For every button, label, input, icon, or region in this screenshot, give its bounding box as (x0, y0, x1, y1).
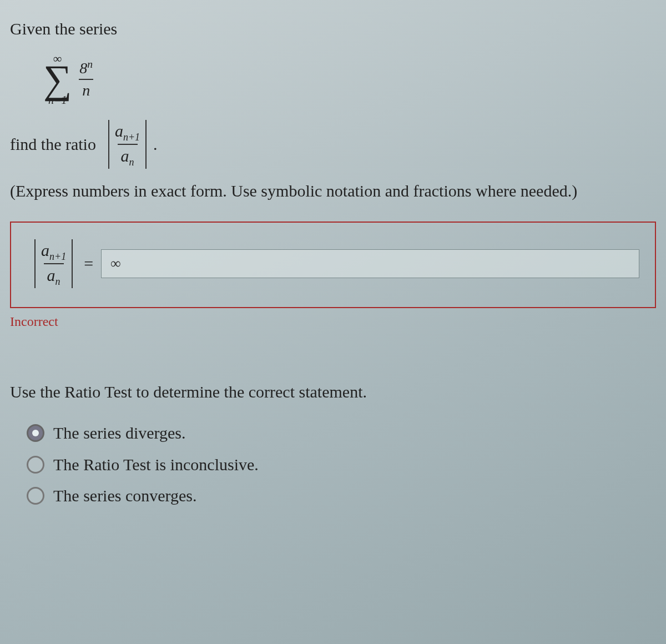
sigma-symbol: ∑ (43, 66, 72, 93)
equals-sign: = (84, 253, 93, 275)
ratio-num-sub: n+1 (123, 132, 140, 143)
radio-icon (27, 456, 44, 474)
incorrect-label: Incorrect (10, 313, 656, 330)
ratio-prompt-line: find the ratio an+1 an . (10, 120, 656, 169)
answer-lhs-den-a: a (47, 266, 56, 284)
option-label: The series converges. (53, 485, 197, 507)
sum-lower-limit: n=1 (48, 93, 67, 108)
radio-icon (27, 424, 44, 442)
answer-lhs-num-sub: n+1 (49, 251, 66, 262)
option-converges[interactable]: The series converges. (27, 485, 656, 507)
ratio-test-prompt: Use the Ratio Test to determine the corr… (10, 381, 656, 404)
ratio-num-a: a (115, 122, 123, 140)
term-numerator-exponent: n (87, 58, 93, 70)
ratio-prompt-text: find the ratio (10, 133, 96, 156)
option-label: The Ratio Test is inconclusive. (53, 454, 259, 476)
term-denominator: n (79, 79, 93, 101)
radio-icon (27, 487, 44, 505)
series-expression: ∞ ∑ n=1 8n n (43, 51, 95, 108)
express-hint: (Express numbers in exact form. Use symb… (10, 180, 656, 203)
ratio-period: . (153, 133, 158, 156)
answer-box: an+1 an = (10, 222, 656, 309)
intro-text: Given the series (10, 18, 656, 41)
ratio-den-sub: n (129, 157, 134, 168)
radio-options: The series diverges. The Ratio Test is i… (10, 422, 656, 507)
ratio-answer-input[interactable] (101, 249, 639, 278)
option-label: The series diverges. (53, 422, 186, 445)
option-inconclusive[interactable]: The Ratio Test is inconclusive. (27, 454, 656, 476)
answer-lhs-num-a: a (41, 241, 49, 259)
option-diverges[interactable]: The series diverges. (27, 422, 656, 445)
term-numerator-base: 8 (79, 59, 87, 77)
answer-lhs-den-sub: n (56, 276, 60, 287)
ratio-den-a: a (121, 147, 129, 165)
question-page: Given the series ∞ ∑ n=1 8n n find the r… (0, 0, 666, 507)
